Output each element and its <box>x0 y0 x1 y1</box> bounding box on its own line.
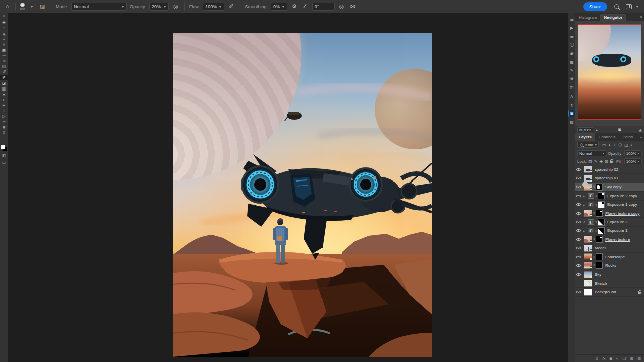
layer-visibility-toggle[interactable] <box>575 192 582 200</box>
layer-visibility-toggle[interactable] <box>575 261 582 269</box>
canvas-artwork[interactable] <box>173 33 432 357</box>
layer-name[interactable]: Sky copy <box>605 185 621 189</box>
layer-name[interactable]: Planet texture <box>605 237 630 242</box>
gradient-tool[interactable]: ▦ <box>0 86 8 92</box>
layer-row[interactable]: ↴◧∞Exposure 2 copy <box>575 192 644 200</box>
zoom-in-icon[interactable] <box>639 128 642 131</box>
layer-mask-thumbnail[interactable] <box>596 262 603 269</box>
layer-thumbnail[interactable] <box>584 175 592 182</box>
layer-name[interactable]: Background <box>595 290 616 294</box>
quick-mask-button[interactable]: ◧ <box>0 152 8 158</box>
layer-row[interactable]: spaceship 02 <box>575 165 644 174</box>
layer-thumbnail[interactable] <box>584 166 592 173</box>
layer-thumbnail[interactable] <box>584 210 592 217</box>
layer-thumbnail[interactable] <box>584 236 592 243</box>
paragraph-panel-button[interactable]: ¶ <box>569 102 575 108</box>
layer-thumbnail[interactable] <box>584 245 592 252</box>
adjustments-panel-button[interactable]: ⚎ <box>569 33 575 40</box>
adjustment-layer-thumbnail[interactable]: ◧ <box>588 228 594 233</box>
layer-mask-thumbnail[interactable] <box>598 192 605 199</box>
marquee-tool[interactable]: ◌ <box>0 25 8 31</box>
filter-pin-icon[interactable]: ▪ <box>631 143 632 147</box>
properties-panel-button[interactable]: ▣ <box>569 110 575 117</box>
pressure-opacity-icon[interactable]: ◎ <box>172 3 180 10</box>
pen-tool[interactable]: ✒ <box>0 103 8 108</box>
shape-tool[interactable]: ▱ <box>0 119 8 125</box>
slider-thumb[interactable] <box>618 128 621 131</box>
layer-style-button[interactable]: fx <box>603 356 606 361</box>
layer-name[interactable]: Planet texture copy <box>605 211 639 216</box>
tool-presets-panel-button[interactable]: ⚒ <box>569 76 575 82</box>
color-swatches[interactable] <box>1 145 7 151</box>
color-panel-button[interactable]: ⚍ <box>569 16 575 23</box>
zoom-out-icon[interactable] <box>596 129 598 131</box>
layer-name[interactable]: Exposure 1 <box>607 228 627 233</box>
layer-name[interactable]: Model <box>595 246 606 250</box>
new-group-button[interactable]: ❏ <box>622 356 626 361</box>
brush-settings-panel-button[interactable]: ✎ <box>569 67 575 74</box>
layer-mask-thumbnail[interactable] <box>596 184 603 191</box>
layer-row[interactable]: ∞Sky copy <box>575 183 644 192</box>
lock-pixels-icon[interactable]: ✎ <box>594 159 598 164</box>
panel-menu-icon[interactable]: ≡ <box>640 15 642 20</box>
delete-layer-button[interactable]: ⊟ <box>637 356 641 361</box>
layer-row[interactable]: ∞Landscape <box>575 253 644 261</box>
layer-row[interactable]: ↴◧∞Exposure 2 <box>575 218 644 226</box>
blur-tool[interactable]: ● <box>0 92 8 97</box>
toolbar-ellipsis-button[interactable]: ⋯ <box>0 137 8 143</box>
toolbar-collapse-button[interactable]: » <box>3 13 5 20</box>
layer-name[interactable]: Landscape <box>605 255 625 259</box>
layer-name[interactable]: spaceship 01 <box>595 176 618 180</box>
layer-mask-thumbnail[interactable] <box>598 227 605 234</box>
frame-tool[interactable]: ▣ <box>0 47 8 53</box>
link-layers-button[interactable]: ∞ <box>595 357 599 360</box>
brush-preset-chevron[interactable] <box>28 3 35 11</box>
layer-row[interactable]: ∞Planet texture <box>575 235 644 244</box>
panel-menu-icon[interactable]: ≡ <box>640 135 642 139</box>
type-tool[interactable]: T <box>0 108 8 114</box>
brush-angle-input[interactable]: 0° <box>312 3 335 11</box>
layer-name[interactable]: spaceship 02 <box>595 167 618 172</box>
layer-row[interactable]: ↴◧∞Exposure 1 copy <box>575 201 644 209</box>
opacity-select[interactable]: 20% <box>149 3 169 11</box>
adjustment-layer-thumbnail[interactable]: ◧ <box>588 219 594 225</box>
smoothing-gear-icon[interactable]: ⚙ <box>290 3 298 10</box>
character-panel-button[interactable]: A <box>569 93 575 100</box>
notes-panel-button[interactable]: ▤ <box>569 119 575 125</box>
layer-blend-mode-select[interactable]: Normal <box>577 150 606 156</box>
eyedropper-tool[interactable]: ✑ <box>0 53 8 58</box>
layer-visibility-toggle[interactable] <box>575 244 582 252</box>
brush-settings-toggle-icon[interactable]: ▨ <box>38 3 46 10</box>
crop-tool[interactable]: # <box>0 42 8 47</box>
move-tool[interactable]: ✚ <box>0 20 8 25</box>
add-adjustment-button[interactable]: ◐ <box>616 356 619 361</box>
eraser-tool[interactable]: ◪ <box>0 80 8 86</box>
layer-fill-select[interactable]: 100% <box>624 158 642 164</box>
layer-thumbnail[interactable] <box>584 289 592 296</box>
tab-histogram[interactable]: Histogram <box>575 14 600 21</box>
smoothing-select[interactable]: 0% <box>271 3 287 11</box>
layer-filter-select[interactable]: Kind <box>577 142 599 148</box>
layer-row[interactable]: ∞Rocks <box>575 261 644 270</box>
navigator-proxy-view[interactable] <box>578 24 641 120</box>
lock-artboard-icon[interactable]: ⊡ <box>605 159 608 164</box>
lock-all-icon[interactable] <box>610 159 613 163</box>
adjustment-layer-thumbnail[interactable]: ◧ <box>588 202 594 207</box>
layer-row[interactable]: ∞Planet texture copy <box>575 209 644 218</box>
layer-name[interactable]: Sky <box>595 272 601 277</box>
navigator-zoom-value[interactable]: 60,53% <box>577 127 593 132</box>
adjustment-layer-thumbnail[interactable]: ◧ <box>588 193 594 199</box>
actions-panel-button[interactable]: ▶ <box>569 25 575 31</box>
layer-visibility-toggle[interactable] <box>575 174 582 182</box>
lock-transparency-icon[interactable]: ▨ <box>588 159 592 164</box>
brush-preset-picker[interactable]: 600 <box>20 3 25 11</box>
brush-tool[interactable]: ✐ <box>0 75 8 80</box>
layer-thumbnail[interactable] <box>584 262 592 269</box>
screen-mode-button[interactable]: ▭ <box>0 159 8 165</box>
layer-visibility-toggle[interactable] <box>575 288 582 296</box>
layer-name[interactable]: Rocks <box>605 263 616 268</box>
path-selection-tool[interactable]: ▷ <box>0 114 8 119</box>
filter-smart-object-icon[interactable]: ◫ <box>624 143 628 147</box>
layer-thumbnail[interactable] <box>584 184 592 191</box>
layer-mask-thumbnail[interactable] <box>596 210 603 217</box>
